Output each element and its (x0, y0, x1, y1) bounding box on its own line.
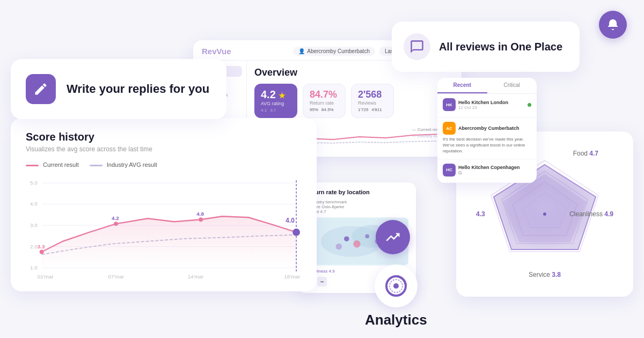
svg-point-32 (336, 244, 342, 250)
svg-point-35 (393, 283, 399, 289)
score-history-card: Score history Visualizes the avg score a… (11, 118, 317, 291)
svg-text:4.2: 4.2 (112, 215, 119, 221)
svg-text:1.0: 1.0 (30, 264, 38, 270)
svg-text:2.0: 2.0 (30, 244, 38, 249)
feature-icon-box (26, 74, 56, 104)
review-list-tabs: Recent Critical (437, 78, 537, 94)
review-item-header-1: HK Hello Kitchen London 12 Oct 23 (443, 98, 531, 111)
reviews-icon (404, 33, 430, 60)
svg-marker-12 (42, 216, 296, 268)
legend-gray-line (90, 165, 103, 166)
review-avatar-1: HK (443, 98, 456, 111)
reviews-number: 2'568 (358, 90, 387, 99)
avg-rating-label: AVG rating (261, 101, 291, 106)
stat-avg-rating: 4.2 ★ AVG rating 4.13.7 (254, 84, 297, 118)
svg-point-31 (365, 234, 369, 239)
avg-rating-number: 4.2 ★ (261, 89, 291, 100)
svg-text:14'mar: 14'mar (187, 274, 204, 280)
svg-text:18'mar: 18'mar (284, 274, 301, 280)
legend-pink-line (26, 165, 39, 166)
review-date-1: 12 Oct 23 (458, 105, 508, 110)
svg-text:3.0: 3.0 (30, 222, 38, 228)
legend-industry: Industry AVG result (90, 161, 157, 168)
pen-icon (33, 82, 48, 97)
reviews-sub: 1'7254'811 (358, 107, 387, 112)
legend-current: Current result (26, 161, 79, 168)
review-name-3: Hello Kitchen Copenhagen (458, 165, 520, 170)
svg-text:4.8: 4.8 (196, 211, 204, 217)
score-history-subtitle: Visualizes the avg score across the last… (26, 145, 302, 153)
star-icon: ★ (279, 91, 286, 100)
svg-point-29 (344, 236, 349, 241)
chat-icon (409, 39, 425, 54)
radar-label-ce: 4.3 (476, 210, 485, 218)
trend-icon (385, 229, 401, 245)
review-item-1: HK Hello Kitchen London 12 Oct 23 (437, 94, 537, 117)
review-status-dot-1 (528, 103, 531, 107)
review-list-card: Recent Critical HK Hello Kitchen London … (437, 78, 537, 183)
user-pill[interactable]: 👤 Abercromby Cumberbatch (293, 47, 375, 56)
review-item-header-3: HC Hello Kitchen Copenhagen G (443, 164, 531, 177)
tab-recent[interactable]: Recent (437, 78, 487, 93)
review-item-header-2: AC Abercromby Cumberbatch (443, 122, 531, 135)
bell-button[interactable] (599, 11, 627, 39)
analytics-icon-circle (375, 264, 418, 307)
review-avatar-2: AC (443, 122, 456, 135)
svg-text:5.0: 5.0 (30, 180, 38, 186)
svg-text:3.3: 3.3 (38, 244, 45, 249)
avg-rating-sub: 4.13.7 (261, 108, 291, 113)
app-logo: RevVue (202, 47, 231, 56)
score-history-title: Score history (26, 131, 302, 143)
svg-text:07'mar: 07'mar (108, 274, 125, 280)
review-name-1: Hello Kitchen London (458, 100, 508, 105)
reviews-title: All reviews in One Place (439, 40, 562, 54)
svg-point-20 (292, 229, 300, 236)
map-legend: ● Industry benchmark ● Olivre Oslo-Bjørk… (305, 200, 408, 214)
svg-point-15 (114, 222, 118, 226)
feature-title: Write your replies for you (67, 82, 209, 97)
review-avatar-3: HC (443, 164, 456, 177)
radar-label-service: Service 3.8 (529, 271, 561, 278)
feature-card: Write your replies for you (11, 59, 226, 119)
bell-icon (606, 18, 619, 31)
svg-point-30 (353, 240, 360, 247)
return-rate-label: Return rate (310, 100, 339, 106)
review-text-2: It's the best decision we've made this y… (443, 136, 531, 155)
radar-label-cleanliness: Cleanliness 4.9 (569, 210, 613, 218)
svg-text:4.0: 4.0 (286, 217, 295, 224)
review-item-3: HC Hello Kitchen Copenhagen G (437, 159, 537, 183)
analytics-label: Analytics (365, 264, 427, 328)
return-rate-number: 84.7% (310, 90, 339, 99)
review-name-2: Abercromby Cumberbatch (458, 126, 519, 131)
radar-label-food: Food 4.7 (573, 150, 598, 157)
review-item-2: AC Abercromby Cumberbatch It's the best … (437, 117, 537, 159)
zoom-out-button[interactable]: − (317, 277, 327, 286)
score-chart-svg: 5.0 4.0 3.0 2.0 1.0 (26, 174, 302, 282)
reviews-card: All reviews in One Place (392, 21, 580, 72)
trend-button[interactable] (376, 220, 410, 254)
svg-point-44 (543, 212, 546, 216)
score-chart-area: 5.0 4.0 3.0 2.0 1.0 (26, 174, 302, 282)
svg-text:01'mar: 01'mar (38, 274, 54, 280)
svg-point-17 (199, 217, 203, 222)
return-rate-sub: 95%84.5% (310, 107, 339, 112)
svg-point-13 (40, 250, 44, 254)
map-title: Return rate by location (305, 189, 408, 195)
tab-critical[interactable]: Critical (487, 78, 537, 93)
dashboard-stats: 4.2 ★ AVG rating 4.13.7 84.7% Return rat… (254, 84, 454, 118)
analytics-icon (383, 273, 409, 299)
svg-text:4.0: 4.0 (30, 201, 38, 207)
stat-return-rate: 84.7% Return rate 95%84.5% (303, 84, 346, 118)
analytics-text: Analytics (365, 312, 427, 328)
score-legend: Current result Industry AVG result (26, 161, 302, 168)
reviews-label: Reviews (358, 100, 387, 106)
stat-reviews: 2'568 Reviews 1'7254'811 (351, 84, 394, 118)
